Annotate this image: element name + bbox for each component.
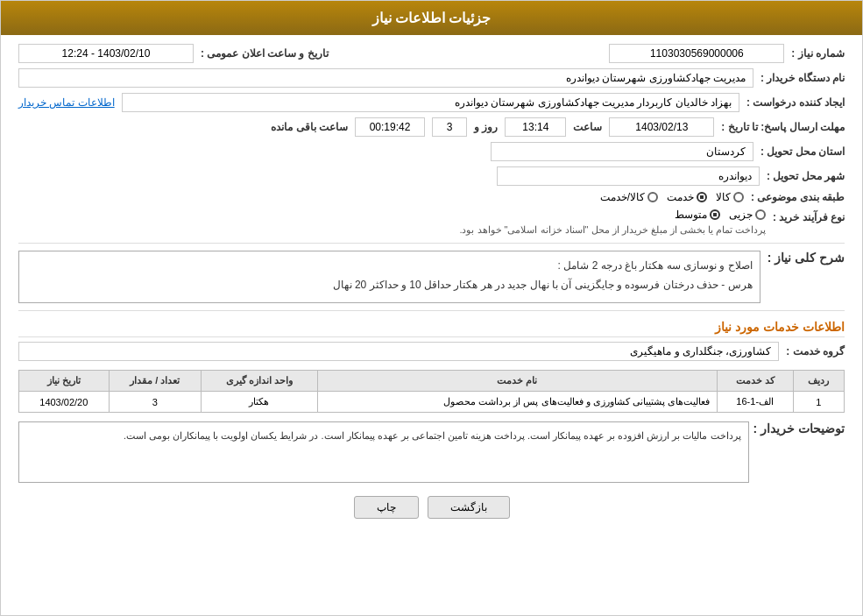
- cell-unit: هکتار: [202, 392, 318, 413]
- category-row: طبقه بندی موضوعی : کالا خدمت کالا/خدمت: [18, 191, 845, 203]
- divider1: [18, 243, 845, 244]
- days-value: 3: [432, 117, 467, 137]
- cell-service-name: فعالیت‌های پشتیبانی کشاورزی و فعالیت‌های…: [317, 392, 717, 413]
- remaining-value: 00:19:42: [355, 117, 425, 137]
- days-label: روز و: [474, 121, 498, 133]
- need-number-value: 1103030569000006: [609, 44, 784, 63]
- city-row: شهر محل تحویل : دیواندره: [18, 166, 845, 186]
- category-option-kala-khedmat[interactable]: کالا/خدمت: [600, 191, 658, 203]
- contact-link[interactable]: اطلاعات تماس خریدار: [18, 96, 115, 109]
- remaining-label: ساعت باقی مانده: [271, 121, 348, 133]
- services-table: ردیف کد خدمت نام خدمت واحد اندازه گیری ت…: [18, 370, 845, 413]
- process-radio-group: جزیی متوسط: [459, 209, 766, 221]
- process-label: نوع فرآیند خرید :: [773, 209, 845, 223]
- col-service-name: نام خدمت: [317, 371, 717, 392]
- city-label: شهر محل تحویل :: [767, 170, 845, 182]
- cell-service-code: الف-1-16: [717, 392, 793, 413]
- process-options-area: جزیی متوسط پرداخت تمام یا بخشی از مبلغ خ…: [459, 209, 766, 236]
- province-row: استان محل تحویل : کردستان: [18, 142, 845, 161]
- col-quantity: تعداد / مقدار: [109, 371, 202, 392]
- deadline-time: 13:14: [505, 117, 566, 137]
- table-header-row: ردیف کد خدمت نام خدمت واحد اندازه گیری ت…: [19, 371, 845, 392]
- service-group-row: گروه خدمت : کشاورزی، جنگلداری و ماهیگیری: [18, 342, 845, 361]
- category-option-khedmat[interactable]: خدمت: [667, 191, 707, 203]
- col-unit: واحد اندازه گیری: [202, 371, 318, 392]
- process-motavaset-label: متوسط: [675, 209, 707, 221]
- button-row: بازگشت چاپ: [18, 496, 845, 519]
- category-kala-label: کالا: [716, 191, 731, 203]
- back-button[interactable]: بازگشت: [428, 496, 510, 519]
- need-number-label: شماره نیاز :: [791, 47, 845, 60]
- date-time-value: 1403/02/10 - 12:24: [18, 44, 194, 63]
- category-option-kala[interactable]: کالا: [716, 191, 744, 203]
- city-value: دیواندره: [497, 166, 760, 186]
- category-kala-khedmat-label: کالا/خدمت: [600, 191, 645, 203]
- buyer-org-label: نام دستگاه خریدار :: [760, 72, 845, 84]
- table-row: 1 الف-1-16 فعالیت‌های پشتیبانی کشاورزی و…: [19, 392, 845, 413]
- process-option-motavaset[interactable]: متوسط: [675, 209, 720, 221]
- header-title: جزئیات اطلاعات نیاز: [372, 11, 492, 25]
- service-group-value: کشاورزی، جنگلداری و ماهیگیری: [18, 342, 779, 361]
- service-group-label: گروه خدمت :: [786, 345, 845, 358]
- province-value: کردستان: [491, 142, 753, 161]
- cell-row-num: 1: [793, 392, 844, 413]
- page-wrapper: جزئیات اطلاعات نیاز شماره نیاز : 1103030…: [0, 0, 863, 616]
- deadline-date: 1403/02/13: [609, 117, 714, 137]
- date-time-label: تاریخ و ساعت اعلان عمومی :: [201, 47, 329, 60]
- need-summary-row: شرح کلی نیاز : اصلاح و نوسازی سه هکتار ب…: [18, 251, 845, 303]
- time-label: ساعت: [573, 121, 602, 133]
- category-radio-group: کالا خدمت کالا/خدمت: [600, 191, 744, 203]
- radio-motavaset-icon: [710, 209, 720, 220]
- created-by-label: ایجاد کننده درخواست :: [746, 96, 845, 109]
- services-table-section: ردیف کد خدمت نام خدمت واحد اندازه گیری ت…: [18, 370, 845, 413]
- page-header: جزئیات اطلاعات نیاز: [1, 1, 862, 35]
- need-summary-text: اصلاح و نوسازی سه هکتار باغ درجه 2 شامل …: [18, 251, 760, 303]
- print-button[interactable]: چاپ: [354, 496, 419, 519]
- radio-kala-icon: [733, 192, 744, 202]
- cell-date: 1403/02/20: [19, 392, 110, 413]
- buyer-org-value: مدیریت جهادکشاورزی شهرستان دیواندره: [18, 68, 753, 88]
- radio-jozi-icon: [755, 209, 766, 220]
- category-label: طبقه بندی موضوعی :: [751, 191, 845, 203]
- services-tbody: 1 الف-1-16 فعالیت‌های پشتیبانی کشاورزی و…: [19, 392, 845, 413]
- radio-kala-khedmat-icon: [647, 192, 658, 202]
- col-service-code: کد خدمت: [717, 371, 793, 392]
- content-area: شماره نیاز : 1103030569000006 تاریخ و سا…: [1, 35, 862, 541]
- need-number-row: شماره نیاز : 1103030569000006 تاریخ و سا…: [18, 44, 845, 63]
- service-section-title: اطلاعات خدمات مورد نیاز: [18, 320, 845, 337]
- buyer-notes-section: توضیحات خریدار : پرداخت مالیات بر ارزش ا…: [18, 421, 845, 483]
- province-label: استان محل تحویل :: [760, 145, 845, 158]
- process-note: پرداخت تمام یا بخشی از مبلغ خریدار از مح…: [459, 224, 766, 236]
- buyer-notes-text: پرداخت مالیات بر ارزش افزوده بر عهده پیم…: [18, 421, 749, 483]
- deadline-row: مهلت ارسال پاسخ: تا تاریخ : 1403/02/13 س…: [18, 117, 845, 137]
- col-row-num: ردیف: [793, 371, 844, 392]
- buyer-notes-label: توضیحات خریدار :: [753, 421, 845, 435]
- need-summary-label: شرح کلی نیاز :: [768, 251, 845, 265]
- process-option-jozi[interactable]: جزیی: [729, 209, 766, 221]
- deadline-label: مهلت ارسال پاسخ: تا تاریخ :: [721, 121, 845, 133]
- divider2: [18, 310, 845, 311]
- cell-quantity: 3: [109, 392, 202, 413]
- buyer-org-row: نام دستگاه خریدار : مدیریت جهادکشاورزی ش…: [18, 68, 845, 88]
- process-row: نوع فرآیند خرید : جزیی متوسط پرداخت تمام…: [18, 209, 845, 236]
- created-by-value: بهزاد خالدیان کاربردار مدیریت جهادکشاورز…: [122, 93, 739, 112]
- col-date: تاریخ نیاز: [19, 371, 110, 392]
- radio-khedmat-icon: [697, 192, 707, 202]
- category-khedmat-label: خدمت: [667, 191, 694, 203]
- created-by-row: ایجاد کننده درخواست : بهزاد خالدیان کارب…: [18, 93, 845, 112]
- process-jozi-label: جزیی: [729, 209, 753, 221]
